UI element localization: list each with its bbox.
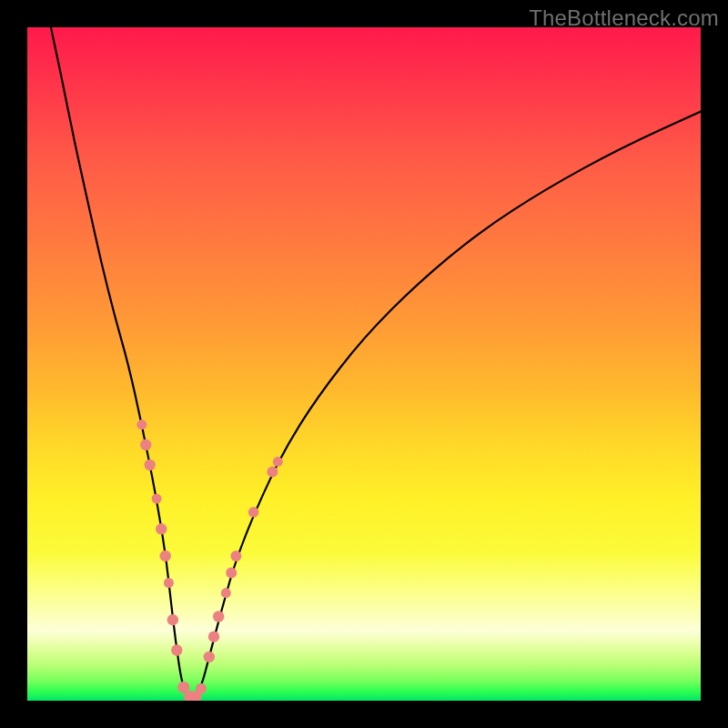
- plot-area: [27, 27, 701, 701]
- chart-frame: TheBottleneck.com: [0, 0, 728, 728]
- watermark-label: TheBottleneck.com: [529, 5, 719, 31]
